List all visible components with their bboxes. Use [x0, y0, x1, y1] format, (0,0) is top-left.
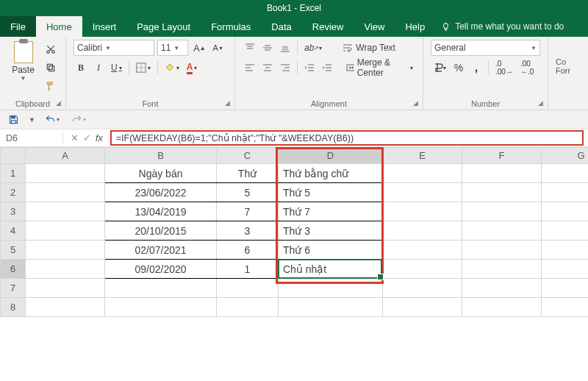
cell[interactable]: 23/06/2022	[105, 183, 217, 202]
decrease-font-button[interactable]: A▼	[211, 40, 226, 56]
cell[interactable]: 09/02/2020	[105, 260, 217, 279]
font-name-combo[interactable]: Calibri▼	[74, 40, 154, 56]
save-button[interactable]	[6, 112, 21, 128]
tab-insert[interactable]: Insert	[82, 16, 127, 37]
cell[interactable]: Ngày bán	[105, 164, 217, 183]
dialog-launcher-icon[interactable]: ◢	[538, 99, 543, 107]
cell[interactable]: 20/10/2015	[105, 221, 217, 241]
decrease-decimal-button[interactable]: .00←.0	[518, 60, 536, 76]
col-header[interactable]: F	[462, 148, 542, 164]
cell[interactable]: 7	[217, 202, 279, 221]
tab-view[interactable]: View	[354, 16, 395, 37]
row-header[interactable]: 5	[1, 241, 26, 260]
bold-button[interactable]: B	[74, 60, 88, 76]
tell-me-label: Tell me what you want to do	[455, 21, 564, 32]
orientation-button[interactable]: ab↗▾	[302, 40, 324, 56]
increase-indent-button[interactable]	[320, 60, 334, 76]
increase-decimal-button[interactable]: .0.00→	[493, 60, 515, 76]
quick-access-toolbar: ▼ ▾ ▾	[0, 110, 588, 129]
row-header[interactable]: 6	[1, 260, 26, 279]
paste-button[interactable]: Paste ▼	[7, 40, 39, 82]
cell[interactable]: Thứ	[217, 164, 279, 183]
font-size-combo[interactable]: 11▼	[157, 40, 188, 56]
undo-button[interactable]: ▾	[43, 112, 62, 128]
tab-help[interactable]: Help	[395, 16, 435, 37]
cell[interactable]: 6	[217, 241, 279, 260]
tell-me[interactable]: Tell me what you want to do	[441, 16, 564, 37]
cell[interactable]: 02/07/2021	[105, 241, 217, 260]
italic-button[interactable]: I	[91, 60, 106, 76]
row-header[interactable]: 7	[1, 279, 26, 298]
fx-icon[interactable]: fx	[96, 133, 103, 143]
align-bottom-button[interactable]	[278, 40, 293, 56]
cancel-formula-icon[interactable]: ✕	[71, 132, 79, 143]
format-painter-button[interactable]	[43, 78, 58, 94]
svg-rect-2	[49, 66, 54, 71]
row-header[interactable]: 4	[1, 221, 26, 241]
row-header[interactable]: 3	[1, 202, 26, 221]
dialog-launcher-icon[interactable]: ◢	[56, 99, 61, 107]
wrap-text-button[interactable]: Wrap Text	[340, 40, 398, 56]
group-clipboard: Paste ▼ Clipboard◢	[0, 37, 66, 110]
menu-bar: File Home Insert Page Layout Formulas Da…	[0, 16, 588, 37]
group-number: General▼ ▾ % , .0.00→ .00←.0 Number◢	[423, 37, 548, 110]
formula-input[interactable]: =IF(WEEKDAY(B6)=1;"Chủ nhật";"Thứ "&WEEK…	[110, 130, 584, 146]
tab-file[interactable]: File	[0, 16, 36, 37]
worksheet[interactable]: A B C D E F G 1 Ngày bán Thứ Thứ bằng ch…	[0, 147, 588, 317]
row-header[interactable]: 8	[1, 298, 26, 317]
group-styles-partial: Co Forr	[548, 37, 570, 110]
row-header[interactable]: 1	[1, 164, 26, 183]
cell[interactable]: Thứ 6	[279, 241, 383, 260]
number-format-combo[interactable]: General▼	[431, 40, 540, 56]
cell[interactable]: Thứ bằng chữ	[279, 164, 383, 183]
percent-style-button[interactable]: %	[451, 60, 466, 76]
tab-data[interactable]: Data	[261, 16, 301, 37]
borders-button[interactable]: ▾	[134, 60, 153, 76]
enter-formula-icon[interactable]: ✓	[83, 132, 91, 143]
col-header[interactable]: C	[217, 148, 279, 164]
col-header[interactable]: B	[105, 148, 217, 164]
font-color-button[interactable]: A▾	[184, 60, 200, 76]
align-center-button[interactable]	[260, 60, 275, 76]
cell[interactable]: 13/04/2019	[105, 202, 217, 221]
accounting-format-button[interactable]: ▾	[431, 60, 448, 76]
ribbon: Paste ▼ Clipboard◢ Calibri▼ 11▼ A▲ A▼ B …	[0, 37, 588, 110]
cell[interactable]: Thứ 7	[279, 202, 383, 221]
col-header[interactable]: D	[279, 148, 383, 164]
decrease-indent-button[interactable]	[302, 60, 317, 76]
align-top-button[interactable]	[243, 40, 257, 56]
tab-page-layout[interactable]: Page Layout	[126, 16, 201, 37]
group-label-font: Font◢	[74, 97, 227, 108]
cell[interactable]: 1	[217, 260, 279, 279]
tab-formulas[interactable]: Formulas	[201, 16, 261, 37]
underline-button[interactable]: U▾	[109, 60, 124, 76]
partial-label: Co Forr	[556, 40, 570, 75]
align-left-button[interactable]	[243, 60, 257, 76]
comma-style-button[interactable]: ,	[469, 60, 484, 76]
increase-font-button[interactable]: A▲	[191, 40, 208, 56]
merge-center-button[interactable]: Merge & Center▾	[344, 60, 415, 76]
dialog-launcher-icon[interactable]: ◢	[413, 99, 418, 107]
select-all-corner[interactable]	[1, 148, 26, 164]
cell[interactable]: 3	[217, 221, 279, 241]
row-header[interactable]: 2	[1, 183, 26, 202]
cell[interactable]: Thứ 3	[279, 221, 383, 241]
cell[interactable]: Thứ 5	[279, 183, 383, 202]
dialog-launcher-icon[interactable]: ◢	[225, 99, 230, 107]
tab-home[interactable]: Home	[36, 16, 82, 37]
redo-button[interactable]: ▾	[69, 112, 88, 128]
qat-dropdown-icon[interactable]: ▼	[29, 116, 35, 124]
col-header[interactable]: A	[26, 148, 105, 164]
cell[interactable]: 5	[217, 183, 279, 202]
group-label-alignment: Alignment◢	[243, 97, 415, 108]
name-box[interactable]: D6	[0, 133, 63, 143]
col-header[interactable]: E	[383, 148, 462, 164]
cell[interactable]: Chủ nhật	[279, 260, 383, 279]
align-middle-button[interactable]	[260, 40, 275, 56]
tab-review[interactable]: Review	[302, 16, 354, 37]
cut-button[interactable]	[43, 41, 58, 57]
copy-button[interactable]	[43, 60, 58, 76]
col-header[interactable]: G	[542, 148, 589, 164]
fill-color-button[interactable]: ▾	[162, 60, 182, 76]
align-right-button[interactable]	[278, 60, 293, 76]
